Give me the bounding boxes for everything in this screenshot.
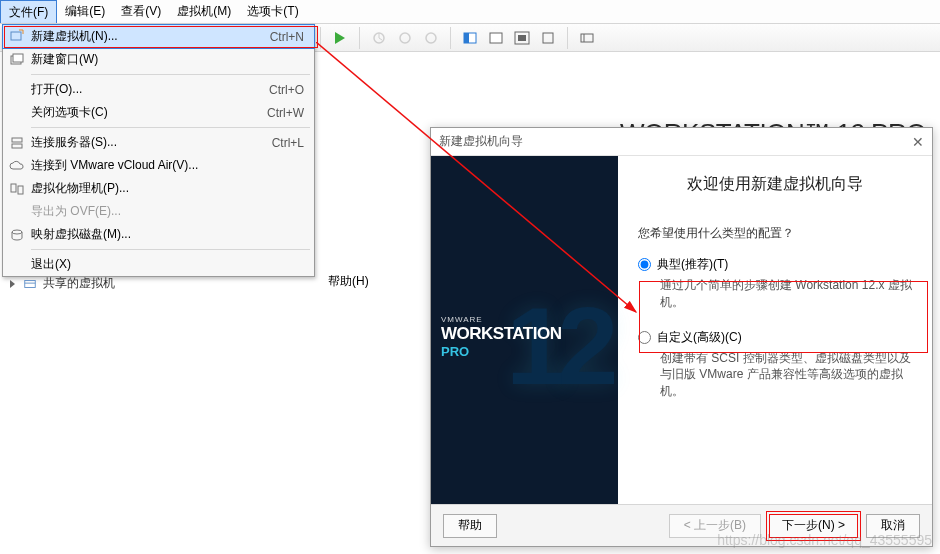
menu-view[interactable]: 查看(V) (113, 0, 169, 23)
radio-typical[interactable] (638, 258, 651, 271)
menu-connect-vcloud[interactable]: 连接到 VMware vCloud Air(V)... (3, 154, 314, 177)
menu-close-tab[interactable]: 关闭选项卡(C) Ctrl+W (3, 101, 314, 124)
svg-rect-15 (12, 138, 22, 142)
brand-workstation: WORKSTATION (441, 324, 561, 344)
close-icon[interactable]: ✕ (912, 134, 924, 150)
view-unity-icon[interactable] (537, 27, 559, 49)
menu-close-tab-shortcut: Ctrl+W (267, 106, 304, 120)
wizard-question: 您希望使用什么类型的配置？ (638, 225, 912, 242)
menu-connect-server[interactable]: 连接服务器(S)... Ctrl+L (3, 131, 314, 154)
svg-rect-18 (18, 186, 23, 194)
svg-point-2 (400, 33, 410, 43)
option-typical-desc: 通过几个简单的步骤创建 Workstation 12.x 虚拟机。 (660, 277, 912, 311)
view-fullscreen-icon[interactable] (511, 27, 533, 49)
new-vm-wizard: 新建虚拟机向导 ✕ 12 VMWARE WORKSTATION PRO 欢迎使用… (430, 127, 933, 547)
menu-new-vm-label: 新建虚拟机(N)... (31, 28, 270, 45)
menu-vm[interactable]: 虚拟机(M) (169, 0, 239, 23)
wizard-sidebar: 12 VMWARE WORKSTATION PRO (431, 156, 618, 504)
toolbar-separator (450, 27, 451, 49)
virtualize-icon (3, 181, 31, 197)
menu-separator (31, 127, 310, 128)
library-icon[interactable] (576, 27, 598, 49)
watermark: https://blog.csdn.net/qq_43555595 (717, 532, 932, 548)
menu-export-ovf: 导出为 OVF(E)... (3, 200, 314, 223)
menu-open-label: 打开(O)... (31, 81, 269, 98)
menu-help[interactable]: 帮助(H) (320, 4, 377, 554)
menubar: 文件(F) 编辑(E) 查看(V) 虚拟机(M) 选项卡(T) XX (0, 0, 940, 24)
cloud-icon (3, 158, 31, 174)
file-menu-dropdown: 新建虚拟机(N)... Ctrl+N 新建窗口(W) 打开(O)... Ctrl… (2, 24, 315, 277)
svg-point-3 (426, 33, 436, 43)
expand-icon (10, 280, 15, 288)
svg-rect-14 (13, 54, 23, 62)
option-custom[interactable]: 自定义(高级)(C) 创建带有 SCSI 控制器类型、虚拟磁盘类型以及与旧版 V… (638, 329, 912, 400)
new-window-icon (3, 52, 31, 68)
menu-virtualize-physical[interactable]: 虚拟化物理机(P)... (3, 177, 314, 200)
menu-file[interactable]: 文件(F) (0, 0, 57, 23)
snapshot-icon (368, 27, 390, 49)
radio-custom[interactable] (638, 331, 651, 344)
option-typical-label: 典型(推荐)(T) (657, 256, 728, 273)
svg-point-19 (12, 230, 22, 234)
menu-new-vm[interactable]: 新建虚拟机(N)... Ctrl+N (3, 25, 314, 48)
svg-rect-17 (11, 184, 16, 192)
option-custom-label: 自定义(高级)(C) (657, 329, 742, 346)
tree-shared-vms-label: 共享的虚拟机 (43, 275, 115, 292)
menu-connect-server-label: 连接服务器(S)... (31, 134, 272, 151)
new-vm-icon (3, 29, 31, 45)
menu-virtualize-physical-label: 虚拟化物理机(P)... (31, 180, 304, 197)
menu-new-window-label: 新建窗口(W) (31, 51, 304, 68)
menu-map-disk-label: 映射虚拟磁盘(M)... (31, 226, 304, 243)
wizard-titlebar: 新建虚拟机向导 ✕ (431, 128, 932, 156)
option-typical[interactable]: 典型(推荐)(T) 通过几个简单的步骤创建 Workstation 12.x 虚… (638, 256, 912, 311)
wizard-heading: 欢迎使用新建虚拟机向导 (638, 174, 912, 195)
option-custom-desc: 创建带有 SCSI 控制器类型、虚拟磁盘类型以及与旧版 VMware 产品兼容性… (660, 350, 912, 400)
menu-close-tab-label: 关闭选项卡(C) (31, 104, 267, 121)
menu-open-shortcut: Ctrl+O (269, 83, 304, 97)
menu-new-vm-shortcut: Ctrl+N (270, 30, 304, 44)
menu-map-disk[interactable]: 映射虚拟磁盘(M)... (3, 223, 314, 246)
server-icon (3, 135, 31, 151)
snapshot-revert-icon (420, 27, 442, 49)
svg-rect-8 (518, 35, 526, 41)
svg-rect-16 (12, 144, 22, 148)
menu-exit-label: 退出(X) (31, 256, 304, 273)
svg-rect-12 (11, 32, 21, 40)
svg-rect-10 (581, 34, 593, 42)
menu-exit[interactable]: 退出(X) (3, 253, 314, 276)
menu-open[interactable]: 打开(O)... Ctrl+O (3, 78, 314, 101)
svg-rect-9 (543, 33, 553, 43)
menu-tabs[interactable]: 选项卡(T) (239, 0, 306, 23)
svg-rect-6 (490, 33, 502, 43)
menu-edit[interactable]: 编辑(E) (57, 0, 113, 23)
view-console-icon[interactable] (485, 27, 507, 49)
svg-rect-20 (25, 280, 36, 287)
menu-separator (31, 74, 310, 75)
view-single-icon[interactable] (459, 27, 481, 49)
brand-vmware: VMWARE (441, 315, 561, 324)
menu-connect-server-shortcut: Ctrl+L (272, 136, 304, 150)
help-button[interactable]: 帮助 (443, 514, 497, 538)
svg-rect-5 (464, 33, 469, 43)
toolbar-separator (567, 27, 568, 49)
disk-icon (3, 227, 31, 243)
brand-pro: PRO (441, 344, 561, 359)
menu-new-window[interactable]: 新建窗口(W) (3, 48, 314, 71)
wizard-title: 新建虚拟机向导 (439, 133, 523, 150)
menu-separator (31, 249, 310, 250)
tree-shared-vms[interactable]: 共享的虚拟机 (10, 275, 115, 292)
menu-export-ovf-label: 导出为 OVF(E)... (31, 203, 304, 220)
menu-connect-vcloud-label: 连接到 VMware vCloud Air(V)... (31, 157, 304, 174)
shared-icon (23, 277, 37, 291)
snapshot-manage-icon (394, 27, 416, 49)
